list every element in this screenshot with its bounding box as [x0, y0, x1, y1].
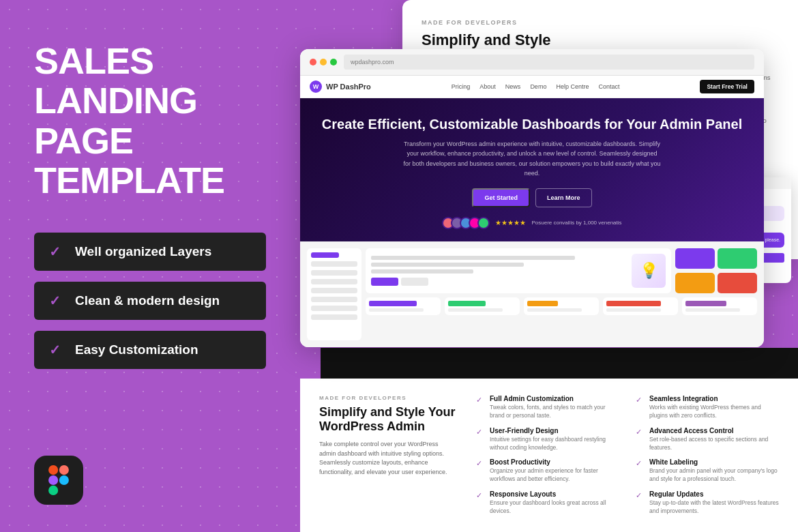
nav-news[interactable]: News	[505, 83, 521, 90]
stat-line-3	[527, 308, 582, 312]
stat-bar-3	[527, 301, 558, 306]
nav-links: Pricing About News Demo Help Centre Cont…	[452, 83, 620, 90]
check-icon-2: ✓	[49, 293, 64, 309]
welcome-illustration: 💡	[632, 254, 666, 288]
bottom-feat-4: ✓ Advanced Access Control Set role-based…	[636, 427, 779, 452]
bottom-feat-desc-4: Set role-based access to specific sectio…	[649, 436, 779, 452]
start-trial-button[interactable]: Start Free Trial	[700, 80, 754, 93]
welcome-line-3	[371, 269, 473, 274]
sidebar-item-6	[311, 306, 357, 311]
bottom-feat-title-3: User-Friendly Design	[490, 427, 619, 434]
bottom-feat-desc-1: Tweak colors, fonts, and styles to match…	[490, 404, 619, 420]
stat-bar-5	[685, 301, 726, 306]
svg-rect-1	[59, 465, 69, 475]
bottom-feat-desc-8: Stay up-to-date with the latest WordPres…	[649, 499, 779, 516]
back-card-made-for: MADE FOR DEVELOPERS	[422, 19, 779, 26]
svg-rect-0	[48, 465, 58, 475]
get-started-button[interactable]: Get Started	[472, 188, 530, 207]
stat-bar-4	[606, 301, 661, 306]
bottom-feat-title-7: Responsive Layouts	[490, 490, 619, 498]
sidebar-item-1	[311, 261, 357, 267]
stat-orange	[675, 273, 715, 293]
check-icon-3: ✓	[49, 342, 64, 358]
bottom-feat-title-2: Seamless Integration	[649, 395, 779, 402]
bottom-desc: Take complete control over your WordPres…	[319, 440, 456, 477]
dashboard-stats-row	[366, 297, 757, 315]
bottom-section: MADE FOR DEVELOPERS Simplify and Style Y…	[300, 379, 798, 532]
stat-card-5	[682, 297, 757, 315]
bottom-feat-6: ✓ White Labeling Brand your admin panel …	[636, 458, 779, 484]
hero-subtitle: Transform your WordPress admin experienc…	[402, 139, 662, 179]
feature-list: ✓ Well organized Layers ✓ Clean & modern…	[34, 233, 266, 369]
avatar-group	[442, 217, 490, 229]
bottom-left: MADE FOR DEVELOPERS Simplify and Style Y…	[319, 395, 456, 516]
dot-minimize	[320, 59, 327, 65]
bottom-feat-title-4: Advanced Access Control	[649, 427, 779, 434]
browser-url-bar[interactable]: wpdashpro.com	[344, 55, 754, 70]
bottom-feat-title-6: White Labeling	[649, 458, 779, 466]
nav-help[interactable]: Help Centre	[556, 83, 589, 90]
dashboard-sidebar	[307, 248, 361, 340]
stat-card-2	[445, 297, 520, 315]
dashboard-preview: 💡	[300, 241, 764, 347]
feature-label-2: Clean & modern design	[75, 293, 220, 308]
bottom-feat-3: ✓ User-Friendly Design Intuitive setting…	[476, 427, 619, 452]
bottom-check-4: ✓	[636, 428, 645, 452]
bottom-feat-5: ✓ Boost Productivity Organize your admin…	[476, 458, 619, 484]
sidebar-item-3	[311, 279, 357, 284]
right-panel: MADE FOR DEVELOPERS Simplify and Style ✓…	[300, 0, 798, 532]
sidebar-item-4	[311, 288, 357, 293]
hero-section: Create Efficient, Customizable Dashboard…	[300, 98, 764, 241]
welcome-line-1	[371, 256, 575, 260]
learn-more-button[interactable]: Learn More	[535, 188, 592, 207]
welcome-btn-1	[371, 278, 398, 286]
nav-pricing[interactable]: Pricing	[452, 83, 471, 90]
bottom-check-6: ✓	[636, 459, 645, 484]
avatar-5	[477, 217, 490, 229]
bottom-feat-desc-2: Works with existing WordPress themes and…	[649, 404, 779, 420]
wp-circle-icon: W	[310, 80, 322, 93]
rating-stars: ★★★★★	[495, 219, 526, 226]
bottom-feat-desc-7: Ensure your dashboard looks great across…	[490, 499, 619, 516]
bottom-check-1: ✓	[476, 396, 486, 420]
bottom-title: Simplify and Style Your WordPress Admin	[319, 405, 456, 434]
stat-card-1	[366, 297, 441, 315]
bottom-feat-1: ✓ Full Admin Customization Tweak colors,…	[476, 395, 619, 420]
sidebar-active-item	[311, 252, 339, 258]
bottom-feat-title-5: Boost Productivity	[490, 458, 619, 466]
site-logo-text: WP DashPro	[326, 83, 371, 91]
check-icon-1: ✓	[49, 243, 64, 260]
stat-red	[718, 273, 757, 293]
sidebar-item-5	[311, 297, 357, 302]
bottom-feat-2: ✓ Seamless Integration Works with existi…	[636, 395, 779, 420]
bottom-check-3: ✓	[476, 428, 486, 452]
feature-item-1: ✓ Well organized Layers	[34, 233, 266, 271]
nav-contact[interactable]: Contact	[598, 83, 619, 90]
bottom-feat-desc-3: Intuitive settings for easy dashboard re…	[490, 436, 619, 452]
bottom-features-grid: ✓ Full Admin Customization Tweak colors,…	[476, 395, 779, 516]
bottom-check-5: ✓	[476, 459, 486, 484]
dot-maximize	[330, 59, 337, 65]
back-card-title: Simplify and Style	[422, 31, 779, 49]
nav-about[interactable]: About	[479, 83, 496, 90]
feature-item-2: ✓ Clean & modern design	[34, 282, 266, 320]
feature-label-1: Well organized Layers	[75, 244, 211, 259]
hero-title: Create Efficient, Customizable Dashboard…	[314, 116, 750, 132]
bottom-check-8: ✓	[636, 491, 645, 516]
svg-rect-2	[48, 475, 58, 485]
bottom-feat-title-1: Full Admin Customization	[490, 395, 619, 402]
stat-line-4	[606, 308, 661, 312]
nav-demo[interactable]: Demo	[530, 83, 546, 90]
bottom-feat-desc-6: Brand your admin panel with your company…	[649, 467, 779, 484]
browser-nav: wpdashpro.com	[300, 49, 764, 76]
bottom-feat-desc-5: Organize your admin experience for faste…	[490, 467, 619, 484]
welcome-text	[371, 256, 626, 286]
welcome-line-2	[371, 263, 524, 267]
stat-line-1	[369, 308, 424, 312]
welcome-btn-2	[401, 278, 428, 286]
stats-cards	[675, 248, 757, 293]
dashboard-top-row: 💡	[366, 248, 757, 293]
main-title: SALESLANDING PAGETEMPLATE	[34, 41, 266, 200]
hero-buttons: Get Started Learn More	[314, 188, 750, 207]
left-panel: SALESLANDING PAGETEMPLATE ✓ Well organiz…	[0, 0, 300, 532]
